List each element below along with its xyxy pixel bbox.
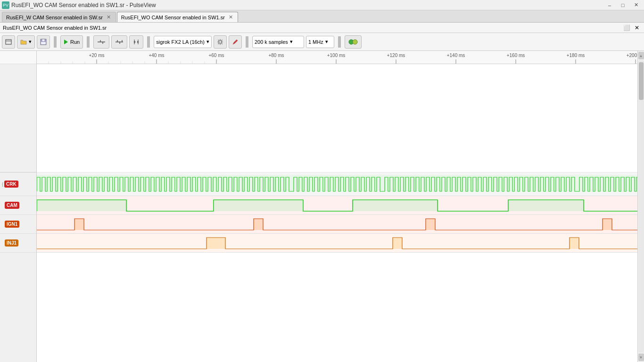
cam-waveform-svg (37, 196, 644, 215)
scrollbar-down-arrow[interactable]: ▼ (638, 354, 644, 361)
subtitle-close-button[interactable]: ✕ (633, 24, 641, 32)
svg-rect-3 (42, 39, 45, 41)
svg-rect-58 (353, 200, 438, 211)
tab-2[interactable]: RusEFI_WO CAM Sensor enabled in SW1.sr ✕ (117, 12, 238, 22)
upper-waveform-space (37, 64, 644, 173)
samples-label: 200 k samples (255, 39, 288, 45)
scrollbar-thumb[interactable] (639, 62, 644, 100)
new-icon (5, 39, 12, 45)
ign1-channel-label: IGN1 (0, 215, 36, 234)
save-button[interactable] (37, 35, 50, 49)
svg-text:+100 ms: +100 ms (327, 53, 346, 58)
crk-waveform-row (37, 173, 644, 196)
rate-dropdown[interactable]: 1 MHz ▾ (306, 36, 334, 48)
svg-point-17 (219, 41, 222, 43)
toolbar: ▾ Run (0, 33, 644, 51)
inj1-waveform-svg (37, 234, 644, 253)
separator-4 (246, 36, 248, 48)
separator-3 (147, 36, 150, 48)
folder-icon (20, 39, 27, 45)
svg-rect-63 (426, 219, 435, 230)
label-column: { CRK CAM IGN1 INJ1 (0, 51, 37, 362)
svg-text:+140 ms: +140 ms (447, 53, 465, 58)
inj1-waveform-row (37, 234, 644, 253)
settings-button[interactable] (214, 35, 227, 49)
minimize-button[interactable]: – (603, 1, 616, 9)
device-selector[interactable]: sigrok FX2 LA (16ch) ▾ (154, 36, 212, 48)
run-icon (64, 39, 68, 45)
channel-visibility-button[interactable] (345, 35, 362, 49)
tab-2-label: RusEFI_WO CAM Sensor enabled in SW1.sr (121, 15, 225, 20)
waveform-scroll-area: { CRK CAM IGN1 INJ1 (0, 51, 644, 362)
device-label: sigrok FX2 LA (16ch) (156, 39, 205, 45)
probe-icon-2 (115, 39, 124, 45)
ign1-badge[interactable]: IGN1 (5, 221, 19, 228)
inj1-channel-label: INJ1 (0, 234, 36, 253)
probe-button-1[interactable] (93, 35, 109, 49)
svg-rect-60 (37, 215, 644, 234)
timeline-svg: +20 ms +40 ms +60 ms +80 ms +100 ms (37, 51, 644, 64)
svg-text:+20 ms: +20 ms (89, 53, 104, 58)
tab-1-close[interactable]: ✕ (106, 14, 112, 21)
svg-text:+80 ms: +80 ms (268, 53, 284, 58)
timeline-ruler: +20 ms +40 ms +60 ms +80 ms +100 ms (37, 51, 644, 64)
expand-button[interactable]: ⬜ (622, 24, 631, 32)
svg-rect-65 (37, 234, 644, 253)
run-label: Run (70, 39, 80, 45)
svg-text:+60 ms: +60 ms (208, 53, 224, 58)
samples-dropdown[interactable]: 200 k samples ▾ (252, 36, 304, 48)
crk-waveform-svg (37, 173, 644, 196)
crk-badge[interactable]: CRK (4, 181, 18, 188)
separator-5 (338, 36, 341, 48)
main-content: { CRK CAM IGN1 INJ1 (0, 51, 644, 362)
close-button[interactable]: ✕ (630, 1, 642, 9)
run-button[interactable]: Run (60, 35, 83, 49)
lower-waveform-space (37, 253, 644, 347)
tab-bar: RusEFI_W CAM Sensor enabled in SW.sr ✕ R… (0, 10, 644, 23)
probe-pen-button[interactable] (229, 35, 242, 49)
separator-2 (87, 36, 90, 48)
subtitle-text: RusEFI_WO CAM Sensor enabled in SW1.sr (3, 25, 107, 31)
svg-rect-62 (254, 219, 263, 230)
probe-button-2[interactable] (111, 35, 127, 49)
svg-rect-68 (570, 238, 579, 249)
scrollbar-track[interactable] (638, 60, 644, 353)
upper-label-space (0, 64, 36, 173)
tab-1-label: RusEFI_W CAM Sensor enabled in SW.sr (6, 15, 103, 20)
open-button[interactable]: ▾ (17, 35, 35, 49)
waveform-area[interactable]: +20 ms +40 ms +60 ms +80 ms +100 ms (37, 51, 644, 362)
gear-icon (217, 39, 223, 45)
inj1-badge[interactable]: INJ1 (5, 239, 18, 247)
svg-rect-67 (393, 238, 402, 249)
subtitle-bar: RusEFI_WO CAM Sensor enabled in SW1.sr ⬜… (0, 23, 644, 33)
svg-rect-57 (214, 200, 303, 211)
ign1-waveform-svg (37, 215, 644, 234)
marker-button[interactable] (129, 35, 143, 49)
scrollbar-up-arrow[interactable]: ▲ (638, 52, 644, 59)
svg-rect-64 (603, 219, 612, 230)
title-bar: PV RusEFI_WO CAM Sensor enabled in SW1.s… (0, 0, 644, 10)
svg-rect-59 (508, 200, 584, 211)
cam-channel-label: CAM (0, 196, 36, 215)
window-title: RusEFI_WO CAM Sensor enabled in SW1.sr -… (11, 2, 156, 8)
svg-text:+180 ms: +180 ms (567, 53, 585, 58)
separator-1 (54, 36, 57, 48)
vertical-scrollbar[interactable]: ▲ ▼ (637, 51, 644, 362)
cam-waveform-row (37, 196, 644, 215)
crk-channel-label: { CRK (0, 173, 36, 196)
new-button[interactable] (2, 35, 15, 49)
app-icon: PV (2, 1, 9, 9)
svg-text:+120 ms: +120 ms (387, 53, 405, 58)
crk-group-icon[interactable]: { (2, 182, 3, 187)
maximize-button[interactable]: □ (617, 1, 629, 9)
svg-point-20 (353, 40, 357, 44)
tab-1[interactable]: RusEFI_W CAM Sensor enabled in SW.sr ✕ (2, 12, 116, 22)
svg-rect-0 (6, 40, 11, 44)
pen-icon (232, 39, 239, 45)
tab-2-close[interactable]: ✕ (228, 14, 234, 21)
cam-badge[interactable]: CAM (5, 202, 19, 209)
ign1-waveform-row (37, 215, 644, 234)
open-dropdown: ▾ (29, 39, 32, 45)
svg-text:+160 ms: +160 ms (507, 53, 525, 58)
save-icon (40, 39, 47, 45)
